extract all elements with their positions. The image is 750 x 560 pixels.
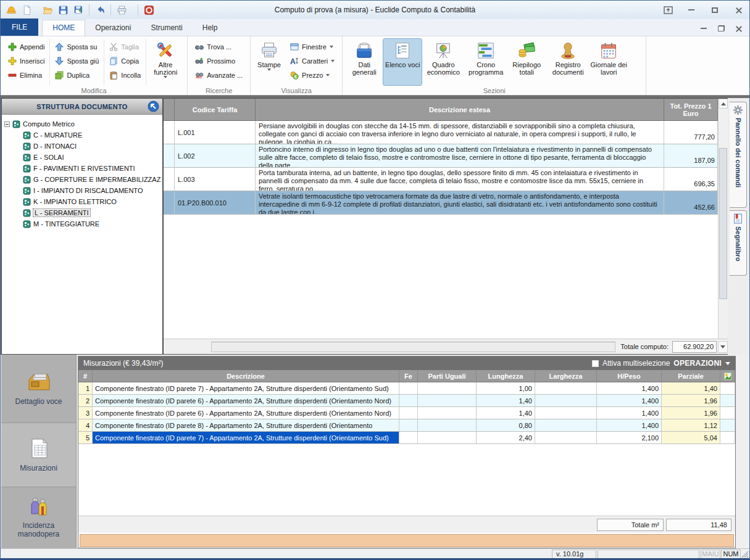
col-tot-prezzo[interactable]: Tot. Prezzo 1 Euro xyxy=(664,99,718,121)
altre-funzioni-button[interactable]: Altre funzioni xyxy=(146,39,185,85)
sposta-su-button[interactable]: Sposta su xyxy=(52,40,101,53)
sposta-giu-button[interactable]: Sposta giù xyxy=(52,54,101,67)
sezione-quadro-economico[interactable]: Quadro economico xyxy=(422,39,465,85)
sezione-registro-documenti[interactable]: Registro documenti xyxy=(546,39,590,85)
col-codice-tariffa[interactable]: Codice Tariffa xyxy=(175,99,256,121)
col-parti-uguali[interactable]: Parti Uguali xyxy=(418,370,477,382)
group-label-sezioni: Sezioni xyxy=(343,87,646,94)
sezione-dati-generali[interactable]: Dati generali xyxy=(345,39,383,85)
undo-button[interactable] xyxy=(93,3,107,17)
col-larghezza[interactable]: Larghezza xyxy=(535,370,597,382)
sezione-riepilogo-totali[interactable]: Riepilogo totali xyxy=(507,39,546,85)
gantt-icon xyxy=(477,41,495,60)
window-minimize-button[interactable] xyxy=(684,4,699,15)
tree-item-tinteggiature[interactable]: M - TINTEGGIATURE xyxy=(4,218,161,229)
misurazioni-footer: Totale m² 11,48 xyxy=(78,516,735,533)
collapse-panel-icon[interactable] xyxy=(148,101,159,112)
group-label-modifica: Modifica xyxy=(1,87,187,94)
child-close-button[interactable] xyxy=(733,25,743,32)
table-row[interactable]: L.001 Persiane avvolgibili in douglas co… xyxy=(164,121,718,144)
open-button[interactable] xyxy=(41,3,54,17)
tree-root-computo-metrico[interactable]: Computo Metrico xyxy=(4,118,161,130)
grid-header: Codice Tariffa Descrizione estesa Tot. P… xyxy=(164,99,718,121)
col-lunghezza[interactable]: Lunghezza xyxy=(477,370,535,382)
inserisci-button[interactable]: Inserisci xyxy=(6,54,47,67)
trova-button[interactable]: Trova ... xyxy=(193,40,245,53)
nav-dettaglio-voce[interactable]: Dettaglio voce xyxy=(1,355,76,423)
plus-green-icon xyxy=(8,43,17,51)
misurazione-row[interactable]: 1 Componente finestrato (ID parete 7) - … xyxy=(78,382,735,395)
table-row[interactable]: L.003 Porta tamburata interna, ad un bat… xyxy=(164,168,718,191)
operazioni-button[interactable]: OPERAZIONI xyxy=(673,359,722,368)
finestre-button[interactable]: Finestre xyxy=(288,40,337,53)
tree-item-elettrico[interactable]: K - IMPIANTO ELETTRICO xyxy=(4,196,161,207)
copia-button[interactable]: Copia xyxy=(107,54,143,67)
prezzo-button[interactable]: € Prezzo xyxy=(288,68,337,81)
tab-help[interactable]: Help xyxy=(193,20,228,36)
exit-button[interactable] xyxy=(142,3,156,17)
col-fe[interactable]: Fe xyxy=(399,370,418,382)
misurazione-row[interactable]: 4 Componente finestrato (ID parete 8) - … xyxy=(78,419,735,432)
appendi-button[interactable]: Appendi xyxy=(6,40,47,53)
tree-item-solai[interactable]: E - SOLAI xyxy=(4,152,161,163)
col-image[interactable] xyxy=(720,370,735,382)
incolla-button[interactable]: Incolla xyxy=(107,68,143,81)
window-close-button[interactable] xyxy=(731,4,746,15)
scroll-up-icon[interactable] xyxy=(719,99,728,109)
tab-strumenti[interactable]: Strumenti xyxy=(141,20,192,36)
multiselezione-checkbox[interactable] xyxy=(592,360,599,367)
tree-item-murature[interactable]: C - MURATURE xyxy=(4,130,161,141)
operazioni-caret-icon[interactable] xyxy=(725,362,730,365)
nav-incidenza-manodopera[interactable]: Incidenza manodopera xyxy=(1,487,76,546)
svg-text:ABC: ABC xyxy=(196,76,202,79)
vertical-scrollbar[interactable] xyxy=(718,99,728,339)
resize-grip[interactable] xyxy=(741,551,749,558)
tab-operazioni[interactable]: Operazioni xyxy=(85,20,141,36)
ribbon-collapse-icon[interactable] xyxy=(660,4,675,15)
tab-segnalibro[interactable]: Segnalibro xyxy=(730,210,747,276)
stampe-button[interactable]: Stampe xyxy=(253,39,285,85)
sezione-giornale-lavori[interactable]: Giornale dei lavori xyxy=(590,39,628,85)
horizontal-scrollbar[interactable] xyxy=(211,342,615,352)
window-maximize-button[interactable] xyxy=(707,4,722,15)
tab-file[interactable]: FILE xyxy=(1,19,38,36)
sezione-crono-programma[interactable]: Crono programma xyxy=(465,39,507,85)
misurazione-row[interactable]: 2 Componente finestrato (ID parete 6) - … xyxy=(78,395,735,407)
tree-item-coperture[interactable]: G - COPERTURE E IMPERMEABILIZZAZIONI xyxy=(4,174,161,185)
misurazione-row-selected[interactable]: 5 Componente finestrato (ID parete 7) - … xyxy=(78,432,735,444)
col-descrizione[interactable]: Descrizione xyxy=(93,370,399,382)
tree-item-pavimenti[interactable]: F - PAVIMENTI E RIVESTIMENTI xyxy=(4,163,161,174)
scroll-down-icon[interactable] xyxy=(718,341,728,353)
child-minimize-button[interactable] xyxy=(699,25,709,32)
caratteri-button[interactable]: A Caratteri xyxy=(288,54,337,67)
col-descrizione-estesa[interactable]: Descrizione estesa xyxy=(256,99,664,121)
tree-item-serramenti[interactable]: L - SERRAMENTI xyxy=(4,207,161,218)
col-num[interactable]: # xyxy=(78,370,93,382)
print-button[interactable] xyxy=(115,3,128,17)
tab-pannello-comandi[interactable]: Pannello dei comandi xyxy=(730,102,747,208)
col-parziale[interactable]: Parziale xyxy=(662,370,720,382)
save-button[interactable] xyxy=(56,3,70,17)
totale-computo-value: 62.902,20 xyxy=(672,341,717,353)
bottom-nav: Dettaglio voce Misurazioni Incidenza man… xyxy=(1,355,77,548)
elimina-button[interactable]: Elimina xyxy=(6,68,47,81)
scrollbar-thumb[interactable] xyxy=(719,148,727,299)
save-all-button[interactable] xyxy=(72,3,85,17)
table-row[interactable]: L.002 Portoncino interno di ingresso in … xyxy=(164,144,718,168)
tab-home[interactable]: HOME xyxy=(42,20,85,36)
arrow-down-icon xyxy=(55,57,64,65)
nav-misurazioni[interactable]: Misurazioni xyxy=(1,423,76,487)
collapse-node-icon[interactable] xyxy=(4,121,10,127)
sezione-elenco-voci[interactable]: Elenco voci xyxy=(383,39,422,85)
avanzate-button[interactable]: ABC Avanzate ... xyxy=(193,68,245,81)
misurazione-row[interactable]: 3 Componente finestrato (ID parete 6) - … xyxy=(78,407,735,419)
duplica-button[interactable]: Duplica xyxy=(52,68,101,81)
prossimo-button[interactable]: Prossimo xyxy=(193,54,245,67)
child-restore-button[interactable] xyxy=(716,25,726,32)
taglia-button[interactable]: Taglia xyxy=(107,40,143,53)
new-document-button[interactable] xyxy=(20,3,33,17)
col-hpeso[interactable]: H/Peso xyxy=(597,370,662,382)
table-row-selected[interactable]: 01.P20.B00.010 Vetrate isolanti termoacu… xyxy=(164,191,718,215)
tree-item-riscaldamento[interactable]: I - IMPIANTO DI RISCALDAMENTO xyxy=(4,185,161,196)
tree-item-intonaci[interactable]: D - INTONACI xyxy=(4,141,161,152)
